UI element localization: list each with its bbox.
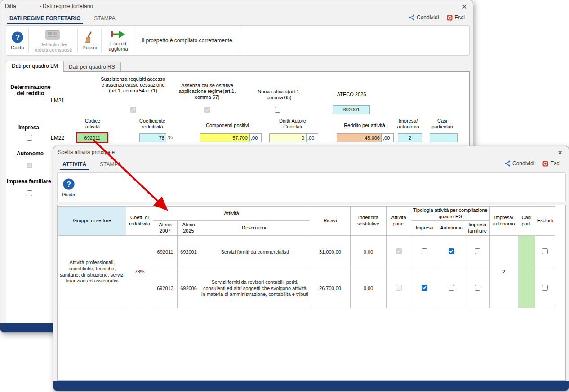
attivita-princ-checkbox <box>396 285 402 291</box>
casi-part-cell <box>518 236 535 308</box>
modal-title: Scelta attività principale <box>58 149 115 155</box>
impresa-familiare-checkbox[interactable] <box>475 285 480 291</box>
col-header-indennita: Indennità sostitutive <box>351 207 387 236</box>
dettaglio-redditi-button: Dettaglio dei redditi corrisposti <box>29 26 77 55</box>
header-ateco-2025: ATECO 2025 <box>333 92 370 97</box>
col-header-attivita-princ: Attività princ. <box>387 207 411 236</box>
ateco-2025-field[interactable]: 692001 <box>333 105 370 114</box>
status-message: Il prospetto è compilato correttamente. <box>135 26 240 55</box>
header-sussistenza: Sussistenza requisiti accesso e assenza … <box>100 76 166 94</box>
impresa-autonomo-cell: 2 <box>490 236 518 308</box>
tab-dati-quadro-rs[interactable]: Dati per quadro RS <box>63 62 121 72</box>
guida-label: Guida <box>11 45 24 50</box>
modal-titlebar: Scelta attività principale <box>53 146 569 158</box>
nuova-attivita-checkbox[interactable] <box>275 107 280 113</box>
modal-guida-button[interactable]: ? Guida <box>58 173 80 202</box>
modal-ribbon-tabbar: ATTIVITÀ STAMPA <box>53 158 569 170</box>
share-icon <box>409 14 415 21</box>
screen: Ditta - Dati regime forfetario ✕ DATI RE… <box>0 0 569 392</box>
coefficiente-field[interactable]: 78 <box>139 133 166 142</box>
modal-condividi-button[interactable]: Condividi <box>504 160 534 167</box>
impresa-cell <box>411 236 438 269</box>
header-assenza: Assenza cause ostative applicazione regi… <box>172 83 242 100</box>
col-header-impresa-familiare: Impresa familiare <box>465 221 490 236</box>
impresa-checkbox[interactable] <box>422 285 427 291</box>
titlebar: Ditta - Dati regime forfetario <box>0 0 473 12</box>
diritti-autore-field[interactable]: 0 <box>269 133 306 142</box>
condividi-button[interactable]: Condividi <box>409 14 439 21</box>
gruppo-settore-cell[interactable]: Attività professionali, scientifiche, te… <box>58 236 126 308</box>
header-casi-particolari: Casi particolari <box>427 118 457 130</box>
col-header-casi-part: Casi part. <box>518 207 535 236</box>
autonomo-cell <box>438 269 465 308</box>
componenti-decimali: ,00 <box>249 133 262 142</box>
header-codice-attivita: Codice attività <box>79 118 106 130</box>
tab-stampa[interactable]: STAMPA <box>91 13 118 24</box>
col-header-ateco-2025: Ateco 2025 <box>178 221 200 236</box>
svg-text:?: ? <box>15 33 20 41</box>
assenza-checkbox <box>204 107 210 113</box>
casi-particolari-field[interactable] <box>430 133 458 142</box>
attivita-princ-checkbox <box>396 248 402 254</box>
col-header-ricavi: Ricavi <box>310 207 351 236</box>
impresa-familiare-checkbox[interactable] <box>475 248 480 254</box>
impresa-autonomo-field[interactable]: 2 <box>398 133 422 142</box>
modal-guida-label: Guida <box>62 192 75 197</box>
impresa-label: Impresa <box>18 124 39 131</box>
reddito-attivita-field[interactable]: 45.006 <box>337 133 382 142</box>
col-header-attivita: Attività <box>153 207 310 221</box>
lm22-label: LM22 <box>51 135 64 141</box>
descrizione-cell: Servizi forniti da revisori contabili, p… <box>200 269 310 308</box>
escludi-cell <box>535 236 555 269</box>
ateco-2025-cell: 692001 <box>178 236 200 269</box>
autonomo-checkbox[interactable] <box>449 285 454 291</box>
coeff-cell: 78% <box>126 236 153 308</box>
escludi-checkbox[interactable] <box>542 248 548 254</box>
tab-dati-quadro-lm[interactable]: Dati per quadro LM <box>6 61 64 72</box>
impresa-familiare-cell <box>465 236 490 269</box>
tab-dati-regime-forfetario[interactable]: DATI REGIME FORFETARIO <box>7 13 83 24</box>
header-reddito-attivita: Reddito per attività <box>337 123 392 128</box>
codice-attivita-field[interactable]: 692011 <box>76 132 108 143</box>
modal-bottom-bar <box>53 381 569 391</box>
esci-label: Esci <box>454 14 465 21</box>
impresa-checkbox[interactable] <box>27 135 32 141</box>
header-impresa-autonomo: Impresa/ autonomo <box>394 118 422 130</box>
autonomo-checkbox <box>27 163 32 168</box>
tab-stampa-modal[interactable]: STAMPA <box>97 159 124 170</box>
toolbar-separator <box>80 176 80 199</box>
lm21-label: LM21 <box>51 97 64 104</box>
modal-ribbon-actions: Condividi Esci <box>504 160 560 167</box>
col-header-descrizione: Descrizione <box>200 221 310 236</box>
guida-button[interactable]: ? Guida <box>6 26 28 55</box>
close-icon[interactable]: ✕ <box>459 2 469 11</box>
modal-content-panel: Gruppo di settore Coeff. di redditività … <box>57 205 566 381</box>
modal-esci-button[interactable]: Esci <box>542 160 560 167</box>
diritti-decimali: ,00 <box>306 133 318 142</box>
percent-sign: % <box>168 135 173 140</box>
escludi-checkbox[interactable] <box>542 285 548 291</box>
esci-aggiorna-button[interactable]: Esci ed aggiorna <box>102 26 135 55</box>
pulisci-button[interactable]: Pulisci <box>78 26 101 55</box>
ateco-2007-cell: 692011 <box>153 236 178 269</box>
image-icon <box>45 29 61 40</box>
modal-esci-label: Esci <box>550 160 560 167</box>
esci-button[interactable]: Esci <box>447 14 465 21</box>
col-header-gruppo: Gruppo di settore <box>58 207 126 236</box>
reddito-decimali: ,00 <box>382 133 394 142</box>
header-componenti-positivi: Componenti positivi <box>198 123 257 128</box>
impresa-familiare-checkbox[interactable] <box>27 190 32 196</box>
ribbon-tabbar: DATI REGIME FORFETARIO STAMPA <box>0 12 473 24</box>
col-header-ateco-2007: Ateco 2007 <box>153 221 178 236</box>
svg-text:?: ? <box>67 180 71 188</box>
tab-attivita[interactable]: ATTIVITÀ <box>60 159 89 170</box>
ricavi-cell: 31.000,00 <box>310 236 351 269</box>
determinazione-reddito-label: Determinazione del reddito <box>8 84 53 97</box>
ribbon-actions: Condividi Esci <box>409 14 465 21</box>
autonomo-checkbox[interactable] <box>449 248 454 254</box>
modal-close-icon[interactable]: ✕ <box>555 148 565 157</box>
ricavi-cell: 26.700,00 <box>310 269 351 308</box>
col-header-escludi: Escludi <box>535 207 555 236</box>
componenti-positivi-field[interactable]: 57.700 <box>200 133 249 142</box>
impresa-checkbox[interactable] <box>422 248 427 254</box>
